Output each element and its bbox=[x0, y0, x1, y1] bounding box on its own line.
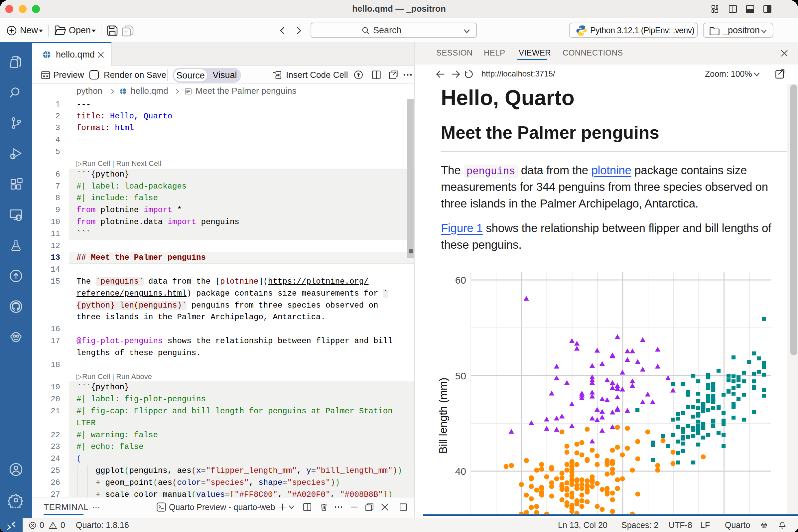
svg-text:Bill length (mm): Bill length (mm) bbox=[437, 377, 449, 454]
svg-text:40: 40 bbox=[455, 466, 466, 477]
svg-text:50: 50 bbox=[455, 370, 466, 381]
svg-text:60: 60 bbox=[455, 274, 466, 286]
